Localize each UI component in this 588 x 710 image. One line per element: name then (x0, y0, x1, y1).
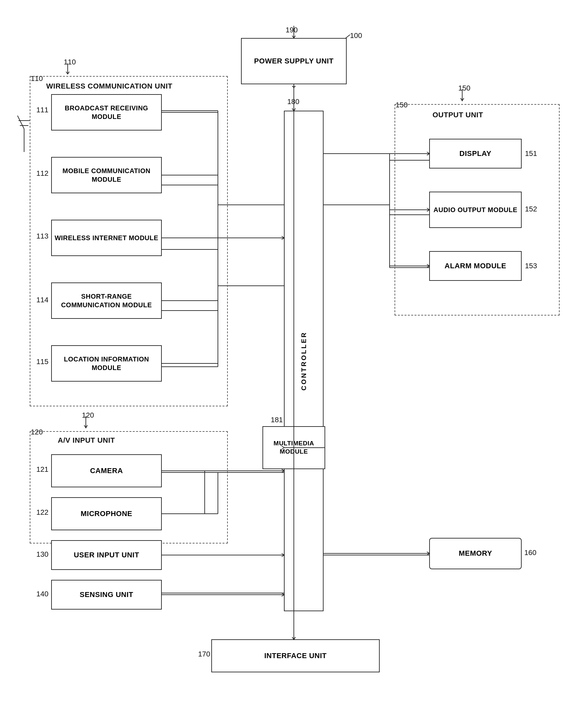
ref-113: 113 (36, 232, 49, 240)
controller-box: CONTROLLER (284, 111, 323, 611)
ref-114: 114 (36, 296, 49, 304)
ref-150-top: 150 (458, 84, 470, 93)
ref-121: 121 (36, 465, 49, 474)
memory-box: MEMORY (429, 538, 522, 569)
av-input-label: A/V INPUT UNIT (58, 436, 115, 445)
ref-150: 150 (395, 101, 408, 109)
microphone-box: MICROPHONE (51, 497, 162, 530)
camera-box: CAMERA (51, 454, 162, 487)
ref-110-top: 110 (64, 58, 76, 66)
display-box: DISPLAY (429, 139, 522, 168)
ref-122: 122 (36, 508, 49, 517)
location-module-box: LOCATION INFORMATION MODULE (51, 345, 162, 382)
ref-160: 160 (524, 548, 537, 557)
user-input-box: USER INPUT UNIT (51, 540, 162, 570)
alarm-module-box: ALARM MODULE (429, 251, 522, 281)
ref-152: 152 (525, 205, 537, 213)
short-range-box: SHORT-RANGE COMMUNICATION MODULE (51, 283, 162, 319)
ref-153: 153 (525, 262, 537, 270)
wireless-comm-label: WIRELESS COMMUNICATION UNIT (46, 82, 172, 91)
output-unit-label: OUTPUT UNIT (433, 111, 483, 119)
ref-110: 110 (31, 74, 43, 83)
sensing-unit-box: SENSING UNIT (51, 580, 162, 610)
mobile-module-box: MOBILE COMMUNICATION MODULE (51, 157, 162, 193)
wireless-internet-box: WIRELESS INTERNET MODULE (51, 220, 162, 256)
interface-unit-box: INTERFACE UNIT (211, 639, 380, 672)
ref-151: 151 (525, 149, 537, 158)
ref-120-top: 120 (82, 411, 94, 420)
ref-140: 140 (36, 590, 49, 598)
broadcast-module-box: BROADCAST RECEIVING MODULE (51, 94, 162, 131)
svg-line-29 (18, 116, 24, 129)
ref-170: 170 (198, 650, 210, 659)
ref-112: 112 (36, 169, 49, 178)
audio-output-box: AUDIO OUTPUT MODULE (429, 192, 522, 228)
ref-111: 111 (36, 106, 49, 114)
ref-180: 180 (287, 97, 299, 106)
power-supply-unit-box: POWER SUPPLY UNIT (241, 38, 347, 84)
ref-130: 130 (36, 550, 49, 559)
multimedia-module-box: MULTIMEDIA MODULE (263, 426, 325, 469)
ref-181: 181 (271, 416, 283, 424)
ref-120: 120 (31, 428, 43, 436)
ref-115: 115 (36, 357, 49, 366)
